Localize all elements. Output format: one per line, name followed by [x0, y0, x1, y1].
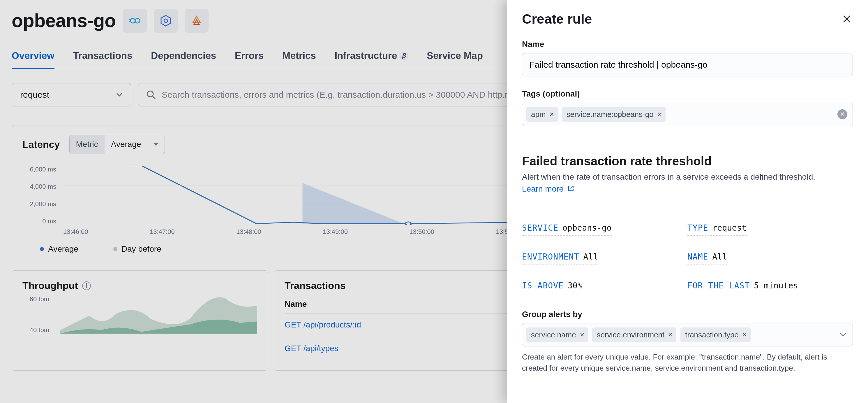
page-title: opbeans-go [12, 10, 116, 31]
y-tick: 40 tpm [23, 326, 49, 334]
legend-dot-icon [113, 247, 117, 251]
remove-tag-icon[interactable]: ✕ [549, 111, 554, 118]
rule-name-input[interactable] [522, 53, 853, 77]
flyout-title: Create rule [522, 11, 592, 27]
tags-input[interactable]: apm✕ service.name:opbeans-go✕ ✕ [522, 103, 853, 126]
rule-type-description: Alert when the rate of transaction error… [522, 171, 853, 195]
info-icon[interactable]: i [82, 281, 91, 290]
legend-day-before[interactable]: Day before [113, 244, 161, 254]
close-icon[interactable] [841, 13, 853, 25]
legend-dot-icon [40, 247, 44, 251]
x-tick: 13:48:00 [236, 228, 261, 236]
create-rule-flyout: Create rule Name Tags (optional) apm✕ se… [507, 0, 868, 403]
remove-tag-icon[interactable]: ✕ [580, 331, 585, 338]
search-icon [147, 90, 156, 99]
remove-tag-icon[interactable]: ✕ [657, 111, 662, 118]
throughput-title: Throughput [23, 280, 78, 291]
x-tick: 13:49:00 [323, 228, 348, 236]
svg-line-9 [153, 96, 155, 99]
latency-title: Latency [23, 139, 60, 150]
svg-point-0 [130, 18, 135, 23]
svg-point-10 [406, 222, 411, 225]
expr-threshold[interactable]: IS ABOVE30% [522, 281, 687, 293]
metric-value: Average [104, 135, 164, 154]
x-tick: 13:50:00 [409, 228, 434, 236]
remove-tag-icon[interactable]: ✕ [742, 331, 747, 338]
chevron-down-icon [116, 93, 123, 97]
chevron-down-icon [840, 333, 846, 337]
expr-type[interactable]: TYPErequest [687, 223, 853, 236]
group-tag-chip[interactable]: service.name✕ [526, 327, 588, 342]
tab-metrics[interactable]: Metrics [282, 47, 316, 69]
group-by-combobox[interactable]: service.name✕ service.environment✕ trans… [522, 323, 853, 346]
expr-name[interactable]: NAMEAll [687, 252, 853, 264]
name-field-label: Name [522, 40, 853, 49]
beta-badge-icon: β [400, 52, 408, 60]
transactions-title: Transactions [285, 280, 346, 291]
y-tick: 2,000 ms [23, 200, 56, 208]
x-tick: 13:47:00 [150, 228, 175, 236]
latency-metric-select[interactable]: Metric Average [69, 135, 165, 154]
expr-service[interactable]: SERVICEopbeans-go [522, 223, 687, 236]
svg-point-5 [164, 19, 167, 23]
y-tick: 60 tpm [23, 295, 49, 303]
svg-point-1 [135, 18, 140, 23]
clear-all-tags-icon[interactable]: ✕ [837, 109, 847, 119]
svg-line-14 [570, 186, 573, 189]
tag-chip[interactable]: apm✕ [526, 107, 558, 122]
expr-window[interactable]: FOR THE LAST5 minutes [687, 281, 853, 293]
go-lang-icon [123, 9, 147, 33]
group-tag-chip[interactable]: transaction.type✕ [680, 327, 751, 342]
rule-type-heading: Failed transaction rate threshold [522, 154, 853, 168]
external-link-icon [568, 185, 574, 192]
x-tick: 13:46:00 [63, 228, 88, 236]
throughput-panel: Throughput i 60 tpm 40 tpm [12, 270, 268, 371]
cloud-provider-icon [185, 9, 209, 33]
throughput-chart: 60 tpm 40 tpm [23, 295, 257, 344]
tags-field-label: Tags (optional) [522, 89, 853, 98]
svg-marker-4 [161, 16, 170, 26]
tag-chip[interactable]: service.name:opbeans-go✕ [562, 107, 665, 122]
group-by-helper-text: Create an alert for every unique value. … [522, 352, 853, 374]
remove-tag-icon[interactable]: ✕ [668, 331, 673, 338]
kubernetes-icon [154, 9, 178, 33]
transaction-type-select[interactable]: request [12, 83, 131, 107]
group-by-label: Group alerts by [522, 310, 853, 319]
svg-point-8 [147, 91, 153, 97]
select-value: request [20, 90, 49, 100]
y-tick: 6,000 ms [23, 166, 56, 173]
metric-label: Metric [70, 135, 104, 154]
tab-errors[interactable]: Errors [235, 47, 264, 69]
expr-environment[interactable]: ENVIRONMENTAll [522, 252, 687, 264]
tab-transactions[interactable]: Transactions [73, 47, 132, 69]
y-tick: 4,000 ms [23, 183, 56, 191]
tab-service-map[interactable]: Service Map [427, 47, 483, 69]
search-placeholder: Search transactions, errors and metrics … [162, 90, 530, 100]
tab-overview[interactable]: Overview [12, 47, 55, 69]
tab-infrastructure[interactable]: Infrastructureβ [335, 47, 408, 69]
learn-more-link[interactable]: Learn more [522, 184, 574, 193]
svg-marker-7 [194, 20, 199, 25]
y-tick: 0 ms [23, 218, 56, 225]
legend-average[interactable]: Average [40, 244, 79, 254]
group-tag-chip[interactable]: service.environment✕ [592, 327, 677, 342]
tab-dependencies[interactable]: Dependencies [151, 47, 216, 69]
